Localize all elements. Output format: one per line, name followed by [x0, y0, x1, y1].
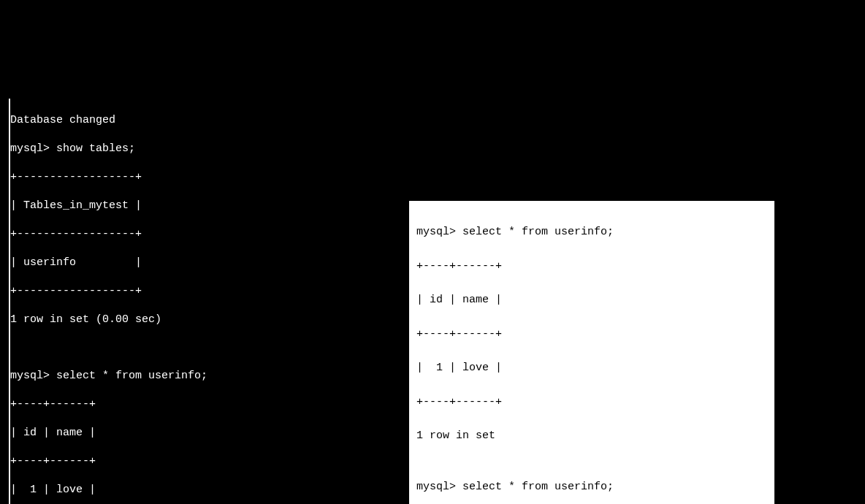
table-row: | userinfo |	[10, 256, 339, 270]
mysql-terminal-output: Database changed mysql> show tables; +--…	[9, 99, 339, 504]
table-header: | id | name |	[10, 426, 339, 440]
table-separator: +------------------+	[10, 284, 339, 299]
blank-line	[10, 341, 339, 355]
result-summary: 1 row in set	[416, 427, 767, 444]
table-separator: +----+------+	[416, 326, 767, 343]
table-separator: +----+------+	[416, 394, 767, 411]
table-separator: +----+------+	[10, 454, 339, 469]
table-header: | Tables_in_mytest |	[10, 199, 339, 213]
table-separator: +----+------+	[10, 397, 339, 412]
mysql-prompt: mysql> select * from userinfo;	[416, 224, 767, 240]
table-separator: +------------------+	[10, 227, 339, 242]
output-line: Database changed	[10, 113, 339, 128]
mysql-prompt: mysql> select * from userinfo;	[416, 478, 767, 495]
secondary-mysql-output: mysql> select * from userinfo; +----+---…	[409, 201, 774, 504]
mysql-prompt: mysql> select * from userinfo;	[10, 369, 339, 383]
table-row: | 1 | love |	[10, 483, 339, 497]
table-separator: +------------------+	[10, 170, 339, 185]
mysql-prompt: mysql> show tables;	[10, 142, 339, 156]
table-separator: +----+------+	[416, 258, 767, 275]
table-header: | id | name |	[416, 291, 767, 308]
result-summary: 1 row in set (0.00 sec)	[10, 313, 339, 327]
table-row: | 1 | love |	[416, 359, 767, 376]
